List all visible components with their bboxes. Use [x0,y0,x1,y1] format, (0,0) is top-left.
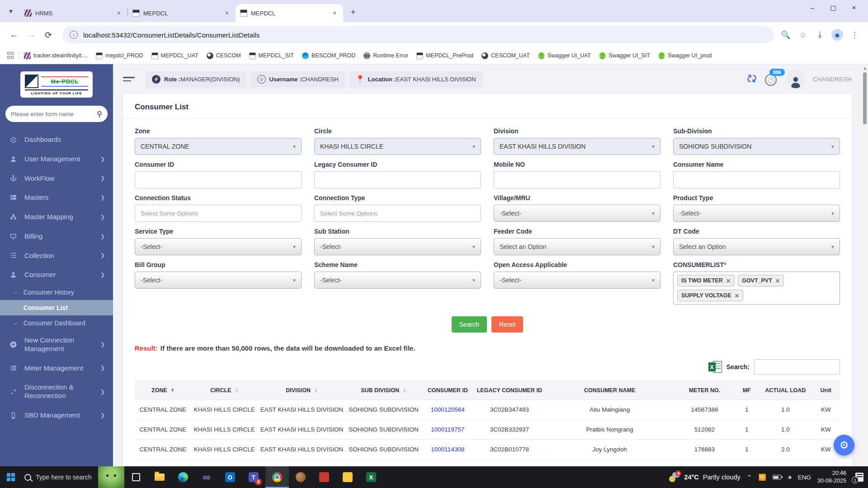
language-indicator[interactable]: ENG [798,474,811,481]
tab-close-icon[interactable]: × [330,9,339,17]
connection-type-input[interactable] [320,210,475,217]
scrollbar-thumb[interactable] [863,72,867,124]
col-consumer-id[interactable]: CONSUMER ID [421,381,474,400]
bookmark-star-icon[interactable]: ☆ [796,28,810,42]
reset-button[interactable]: Reset [491,316,524,333]
col-division[interactable]: DIVISION▲▼ [258,381,346,400]
service-type-select[interactable]: -Select-▼ [135,238,302,255]
table-search-input[interactable] [754,359,840,375]
task-view-button[interactable] [124,466,148,488]
circle-select[interactable]: KHASI HILLS CIRCLE▼ [314,138,481,155]
col-zone[interactable]: ZONE▲▼ [135,381,191,400]
excel-export-icon[interactable]: X [708,361,722,373]
weather-widget[interactable]: 8 24°C Partly cloudy [668,472,740,482]
tab-search-chevron-icon[interactable]: ▼ [5,5,17,18]
session-timer[interactable]: 🕐 896 [765,72,778,86]
consumer-id-link[interactable]: 1000114308 [431,446,464,453]
sidebar-item-sbd-management[interactable]: SBD Management ❯ [0,406,113,425]
bookmark-item[interactable]: {…}Swagger UI_UAT [538,52,591,59]
settings-gear-fab[interactable]: ⚙ [834,435,854,455]
tab-close-icon[interactable]: × [223,9,231,17]
sidebar-item-collection[interactable]: Collection ❯ [0,246,113,266]
user-sync-icon[interactable]: 🗘 [747,73,757,85]
division-select[interactable]: EAST KHASI HILLS DIVISION▼ [494,138,660,155]
tray-chevron-icon[interactable]: ⌃ [747,474,752,481]
back-icon[interactable]: ← [6,27,22,42]
excel-button[interactable]: X [359,466,383,488]
avatar[interactable] [787,70,805,88]
col-consumer-name[interactable]: CONSUMER NAME [545,381,675,400]
action-center-button[interactable]: 1 [853,473,863,482]
scroll-up-icon[interactable]: ▲ [863,64,867,71]
tab-hrms[interactable]: HRMS × [20,4,127,22]
reload-icon[interactable]: ⟳ [41,27,56,42]
col-circle[interactable]: CIRCLE▲▼ [191,381,258,400]
bookmark-item[interactable]: CESCOM [207,52,241,59]
taskbar-clock[interactable]: 20:46 30-08-2025 [817,469,846,485]
col-actual-load[interactable]: ACTUAL LOAD [759,381,812,400]
col-mf[interactable]: MF [734,381,759,400]
remove-tag-icon[interactable]: ✕ [775,277,780,284]
maximize-button[interactable]: ▢ [823,0,844,15]
tab-mepdcl-1[interactable]: MEPDCL × [128,4,236,22]
page-scrollbar[interactable]: ▲ [862,64,868,466]
chrome-button[interactable] [265,466,289,488]
forward-icon[interactable]: → [24,27,39,42]
volume-icon[interactable]: 🕩 [788,474,792,481]
zone-select[interactable]: CENTRAL ZONE▼ [135,138,302,155]
remove-tag-icon[interactable]: ✕ [726,277,731,284]
sidebar-item-masters[interactable]: Masters ❯ [0,188,113,207]
profile-icon[interactable]: ☻ [830,28,844,42]
sidebar-item-master-mapping[interactable]: Master Mapping ❯ [0,207,113,227]
sidebar-item-workflow[interactable]: WorkFlow ❯ [0,169,113,188]
sidebar-item-consumer[interactable]: Consumer ❯ [0,265,113,285]
col-sub-division[interactable]: SUB DIVISION▲▼ [346,381,421,400]
outlook-button[interactable]: O [218,466,242,488]
col-legacy-consumer-id[interactable]: LEGACY CONSUMER ID [474,381,545,400]
consumerlist-multiselect[interactable]: IS TWO METER✕ GOVT_PVT✕ SUPPLY VOLTAGE✕ [673,272,840,305]
remove-tag-icon[interactable]: ✕ [735,292,739,299]
sticky-notes-button[interactable] [336,466,359,488]
chrome-menu-icon[interactable]: ⋮ [847,28,862,42]
pinned-avatar-image[interactable] [98,466,124,488]
consumer-id-link[interactable]: 1000117713 [431,466,464,466]
search-button[interactable]: Search [452,316,487,333]
file-explorer-button[interactable] [148,466,171,488]
village-mru-select[interactable]: -Select-▼ [494,205,660,222]
sidebar-item-consumer-list[interactable]: – Consumer List [0,300,113,315]
bookmark-item[interactable]: MEPDCL_SIT [249,52,294,59]
consumer-id-link[interactable]: 1000120564 [431,406,465,413]
bookmark-item[interactable]: {…}Swagger UI_prod [658,52,712,59]
sidebar-item-meter-management[interactable]: Meter Management ❯ [0,359,113,378]
sidebar-item-dashboards[interactable]: Dashboards [0,130,113,150]
close-button[interactable]: × [844,0,864,15]
open-access-select[interactable]: -Select-▼ [494,272,660,289]
bookmark-item[interactable]: {…}Swagger UI_SIT [599,52,650,59]
header-username[interactable]: CHANDRESH [813,76,852,83]
url-field[interactable]: i localhost:53432/ConsumerListDetails/Co… [62,26,774,43]
mobile-no-input[interactable] [500,177,655,183]
connection-status-input[interactable] [141,210,296,217]
col-unit[interactable]: Unit [812,381,840,400]
apps-grid-icon[interactable] [7,52,14,59]
sub-station-select[interactable]: -Select-▼ [314,238,481,255]
visual-studio-button[interactable]: ∞ [195,466,218,488]
feeder-code-select[interactable]: Select an Option▼ [494,238,660,255]
consumer-id-link[interactable]: 1000119757 [431,426,464,433]
url-text[interactable]: localhost:53432/ConsumerListDetails/Cons… [83,31,259,39]
minimize-button[interactable]: – [802,0,823,15]
bookmark-item[interactable]: BESCOM_PROD [302,52,355,59]
scheme-name-select[interactable]: -Select-▼ [314,272,481,289]
bookmark-item[interactable]: MEPDCL_UAT [151,52,198,59]
subdivision-select[interactable]: SOHIONG SUBDIVISION▼ [673,138,840,155]
form-search-input[interactable] [11,111,97,117]
start-button[interactable] [0,466,22,488]
bill-group-select[interactable]: -Select-▼ [135,272,302,289]
legacy-consumer-id-input[interactable] [320,177,475,183]
dbeaver-button[interactable] [289,466,312,488]
col-meter-no[interactable]: METER NO. [675,381,734,400]
bookmark-item[interactable]: tracker.ideainfinityit.... [24,52,88,59]
teams-button[interactable]: T4 [242,466,265,488]
zoom-page-icon[interactable]: 🔍 [778,28,793,42]
tab-mepdcl-active[interactable]: MEPDCL × [236,4,343,22]
